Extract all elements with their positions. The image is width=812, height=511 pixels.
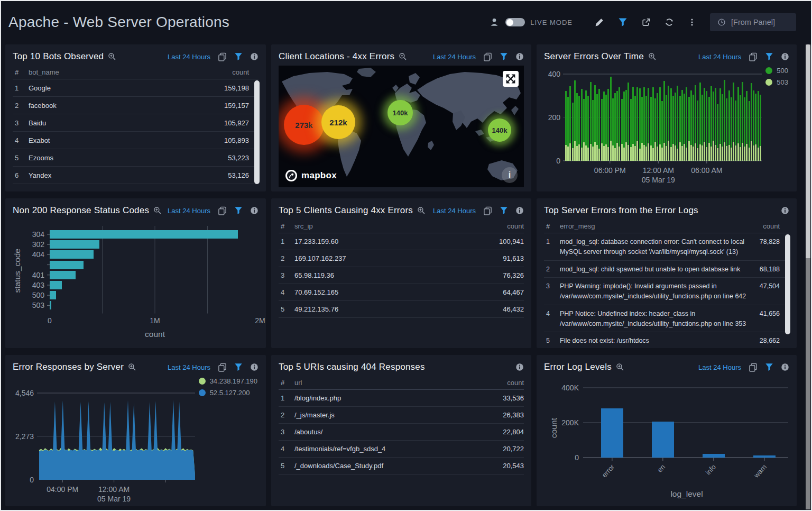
copy-panel-icon[interactable] [749, 52, 758, 61]
time-range-selector[interactable]: [From Panel] [710, 13, 796, 31]
world-map[interactable]: 273k212k140k140k mapbox i [279, 66, 524, 187]
zoom-in-icon[interactable] [616, 363, 624, 371]
table-row[interactable]: 1mod_log_sql: database connection error:… [544, 233, 789, 261]
panel-time-range[interactable]: Last 24 Hours [698, 53, 741, 61]
panel-title: Error Responses by Server [13, 362, 124, 372]
panel-time-range[interactable]: Last 24 Hours [698, 363, 741, 371]
kebab-menu-icon[interactable] [688, 18, 696, 26]
live-mode-toggle[interactable] [505, 18, 525, 26]
zoom-in-icon[interactable] [417, 206, 426, 215]
table-cell: 3 [544, 281, 560, 291]
svg-text:400: 400 [548, 70, 561, 78]
zoom-in-icon[interactable] [648, 52, 657, 61]
table-scrollbar[interactable] [254, 80, 260, 186]
table-row[interactable]: 2/_js/master.js26,383 [279, 407, 524, 424]
legend-item: 503 [765, 78, 788, 86]
table-row[interactable]: 4PHP Notice: Undefined index: header_cla… [544, 305, 789, 333]
table-row[interactable]: 2mod_log_sql: child spawned but unable t… [544, 261, 789, 278]
copy-panel-icon[interactable] [218, 52, 227, 61]
svg-text:200: 200 [548, 113, 561, 122]
svg-text:error: error [601, 462, 616, 479]
copy-panel-icon[interactable] [218, 206, 227, 215]
server-errors-chart[interactable]: 020040006:00 PM12:00 AM05 Mar 1906:00 AM [544, 66, 789, 187]
zoom-in-icon[interactable] [399, 52, 407, 61]
info-icon[interactable] [781, 52, 789, 61]
table-row[interactable]: 4Exabot105,893 [13, 132, 259, 149]
table-row[interactable]: 117.233.159.60100,941 [279, 233, 524, 250]
mapbox-logo[interactable]: mapbox [285, 169, 337, 182]
table-row[interactable]: 3/aboutus/22,804 [279, 424, 524, 441]
col-src-ip: src_ip [294, 222, 507, 230]
refresh-icon[interactable] [665, 17, 674, 27]
map-cluster-bubble[interactable]: 140k [387, 100, 413, 125]
table-cell: 4 [279, 288, 294, 296]
zoom-in-icon[interactable] [153, 206, 162, 215]
table-row[interactable]: 5File does not exist: /usr/htdocs28,662 [544, 332, 789, 348]
error-log-levels-chart[interactable]: 0200K400Kerroreninfowarnlog_levelcount [544, 376, 789, 502]
filter-funnel-icon[interactable] [500, 52, 508, 61]
filter-funnel-icon[interactable] [618, 17, 628, 27]
zoom-in-icon[interactable] [108, 52, 116, 61]
col-index: # [13, 68, 29, 76]
table-cell: 5 [13, 154, 29, 162]
filter-funnel-icon[interactable] [500, 206, 508, 215]
info-icon[interactable] [515, 52, 524, 61]
table-cell: /testimonials/ref=vfgb_sdsd_4 [294, 445, 503, 453]
panel-time-range[interactable]: Last 24 Hours [433, 207, 476, 215]
info-icon[interactable] [250, 206, 259, 215]
info-icon[interactable] [250, 52, 259, 61]
table-scrollbar[interactable] [785, 234, 790, 343]
svg-text:0: 0 [30, 476, 34, 484]
table-row[interactable]: 1/blog/index.php33,536 [279, 390, 524, 407]
table-row[interactable]: 549.212.135.7646,432 [279, 301, 524, 318]
table-cell: Yandex [29, 171, 228, 179]
copy-panel-icon[interactable] [483, 206, 492, 215]
dashboard-grid: Top 10 Bots Observed Last 24 Hours # bot… [0, 44, 812, 506]
panel-time-range[interactable]: Last 24 Hours [433, 53, 476, 61]
info-icon[interactable] [515, 206, 524, 215]
page-scrollbar[interactable] [806, 44, 810, 509]
copy-panel-icon[interactable] [218, 363, 227, 372]
table-row[interactable]: 3PHP Warning: implode(): Invalid argumen… [544, 278, 789, 305]
map-expand-button[interactable] [503, 71, 519, 87]
table-row[interactable]: 1Google159,198 [13, 79, 259, 97]
table-row[interactable]: 5/_downloads/Case_Study.pdf20,543 [279, 458, 524, 474]
panel-time-range[interactable]: Last 24 Hours [168, 363, 210, 371]
panel-time-range[interactable]: Last 24 Hours [168, 53, 210, 61]
map-cluster-bubble[interactable]: 212k [321, 105, 355, 139]
copy-panel-icon[interactable] [749, 363, 758, 372]
filter-funnel-icon[interactable] [234, 363, 243, 371]
table-row[interactable]: 470.69.152.16564,467 [279, 284, 524, 301]
map-cluster-bubble[interactable]: 140k [488, 118, 511, 142]
info-icon[interactable] [250, 363, 259, 371]
info-icon[interactable] [781, 363, 789, 371]
non-200-status-codes-chart[interactable]: 30430240440140350050301M2Mcountstatus_co… [13, 220, 259, 344]
table-row[interactable]: 365.98.119.3676,326 [279, 267, 524, 284]
table-row[interactable]: 5Ezooms53,223 [13, 149, 259, 167]
table-row[interactable]: 3Baidu105,927 [13, 114, 259, 132]
col-count: count [763, 222, 789, 230]
filter-funnel-icon[interactable] [765, 52, 773, 61]
table-row[interactable]: 2facebook159,157 [13, 97, 259, 114]
user-icon[interactable] [490, 17, 499, 27]
map-cluster-bubble[interactable]: 273k [284, 105, 324, 145]
table-row[interactable]: 4/testimonials/ref=vfgb_sdsd_420,722 [279, 441, 524, 458]
table-cell: 159,198 [224, 84, 259, 92]
filter-funnel-icon[interactable] [234, 206, 243, 215]
share-export-icon[interactable] [641, 17, 651, 27]
copy-panel-icon[interactable] [483, 52, 492, 61]
table-row[interactable]: 6Yandex53,126 [13, 167, 259, 184]
info-icon[interactable] [781, 206, 789, 215]
info-icon[interactable] [515, 363, 524, 371]
table-cell: 4 [279, 445, 294, 453]
edit-pencil-icon[interactable] [595, 17, 604, 27]
panel-time-range[interactable]: Last 24 Hours [168, 207, 210, 215]
svg-text:06:00 AM: 06:00 AM [691, 166, 722, 175]
filter-funnel-icon[interactable] [234, 52, 243, 61]
table-row[interactable]: 2169.107.162.23791,613 [279, 250, 524, 267]
zoom-in-icon[interactable] [128, 363, 136, 371]
legend-label: 34.238.197.190 [210, 377, 257, 385]
page-scrollbar-thumb[interactable] [806, 44, 810, 258]
filter-funnel-icon[interactable] [765, 363, 773, 371]
map-info-button[interactable]: i [502, 167, 518, 183]
